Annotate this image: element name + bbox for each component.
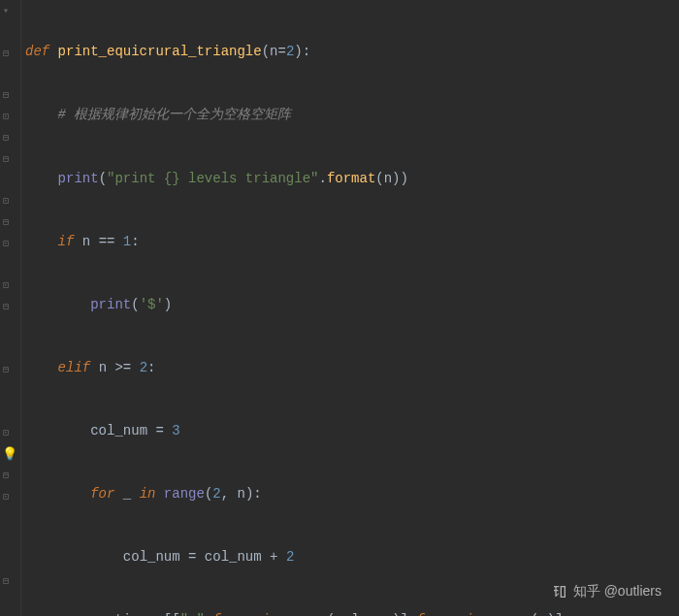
code-line: for _ in range(2, n): — [25, 484, 679, 505]
fold-icon[interactable]: ⊟ — [3, 574, 9, 590]
fold-icon[interactable]: ⊟ — [3, 152, 9, 168]
fold-icon[interactable]: ⊟ — [3, 131, 9, 146]
fold-icon[interactable]: ⊟ — [3, 47, 9, 62]
code-editor[interactable]: ▾ ⊟ ⊟ ⊡ ⊟ ⊟ ⊡ ⊟ ⊡ ⊡ ⊟ ⊟ ⊡ 💡 ⊟ ⊡ ⊟ def pr… — [0, 0, 679, 616]
fold-icon[interactable]: ⊟ — [3, 363, 9, 378]
fold-icon[interactable]: ⊡ — [3, 490, 9, 505]
gutter: ▾ ⊟ ⊟ ⊡ ⊟ ⊟ ⊡ ⊟ ⊡ ⊡ ⊟ ⊟ ⊡ 💡 ⊟ ⊡ ⊟ — [0, 0, 21, 616]
watermark: 知乎 @outliers — [552, 581, 662, 602]
fold-icon[interactable]: ⊡ — [3, 237, 9, 252]
fold-icon[interactable]: ⊡ — [3, 426, 9, 441]
code-line: if n == 1: — [25, 232, 679, 253]
code-line: martix = [[" " for _ in range(col_num)] … — [25, 610, 679, 616]
fold-icon[interactable]: ▾ — [3, 4, 9, 19]
fold-icon[interactable]: ⊟ — [3, 215, 9, 231]
code-line: print("print {} levels triangle".format(… — [25, 169, 679, 190]
fold-icon[interactable]: ⊡ — [3, 110, 9, 125]
fold-icon[interactable]: ⊡ — [3, 194, 9, 210]
code-area[interactable]: def print_equicrural_triangle(n=2): # 根据… — [21, 0, 679, 616]
fold-icon[interactable]: ⊟ — [3, 300, 9, 315]
watermark-label: 知乎 @outliers — [573, 581, 662, 602]
zhihu-icon — [552, 584, 567, 600]
code-line: col_num = col_num + 2 — [25, 547, 679, 568]
code-line: # 根据规律初始化一个全为空格空矩阵 — [25, 105, 679, 126]
code-line: col_num = 3 — [25, 421, 679, 442]
fold-icon[interactable]: ⊟ — [3, 469, 9, 484]
code-line: def print_equicrural_triangle(n=2): — [25, 42, 679, 63]
code-line: elif n >= 2: — [25, 358, 679, 379]
fold-icon[interactable]: ⊟ — [3, 88, 9, 104]
code-line: print('$') — [25, 295, 679, 316]
bulb-icon[interactable]: 💡 — [2, 445, 17, 465]
fold-icon[interactable]: ⊡ — [3, 278, 9, 294]
